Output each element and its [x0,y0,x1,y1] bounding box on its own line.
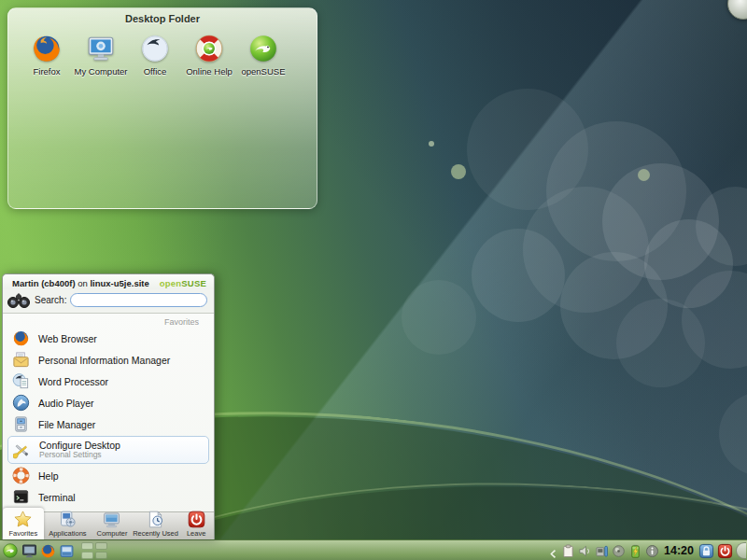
kickoff-launcher-button[interactable] [2,542,19,559]
battery-icon[interactable] [628,544,642,558]
info-icon[interactable] [645,544,659,558]
desktop-icon-label: Online Help [186,66,233,77]
desktop-icon-opensuse[interactable]: openSUSE [236,33,290,77]
kickoff-user-line: Martin (cb400f) on linux-u5je.site [12,278,149,288]
online-help-icon [193,33,225,64]
opensuse-icon [247,33,279,64]
pager-desktop[interactable] [95,542,107,550]
menu-item-label: Personal Information Manager [38,355,170,366]
desktop-folder-widget: Desktop Folder Firefox My Computer Offic… [7,7,317,209]
lock-icon[interactable] [698,543,714,559]
favorites-section-label: Favorites [3,314,214,328]
menu-item-sublabel: Personal Settings [39,451,120,460]
applications-icon [58,510,78,529]
power-icon [187,510,206,529]
desktop: Desktop Folder Firefox My Computer Offic… [0,0,747,560]
tab-label: Recently Used [133,529,178,538]
menu-item-label: File Manager [38,419,95,430]
office-icon [139,33,171,64]
tab-label: Leave [187,529,205,538]
desktop-icon-office[interactable]: Office [128,33,182,77]
panel-toolbox-cashew-icon[interactable] [736,542,746,559]
power-icon[interactable] [717,543,733,559]
kickoff-hostname: linux-u5je.site [90,278,148,288]
desktop-icon-my-computer[interactable]: My Computer [74,33,128,77]
device-notifier-icon[interactable] [595,544,609,558]
kickoff-conjunction: on [76,278,91,288]
menu-item-terminal[interactable]: Terminal [3,486,214,508]
tab-applications[interactable]: Applications [44,511,92,539]
clock[interactable]: 14:20 [662,544,696,557]
desktop-icon-label: My Computer [74,66,127,77]
lifebuoy-icon [12,467,30,484]
collapse-arrow-icon[interactable] [548,546,558,556]
tab-label: Applications [49,529,86,538]
file-cabinet-icon [12,415,30,433]
kickoff-menu: Martin (cb400f) on linux-u5je.site openS… [2,273,215,539]
menu-item-configure-desktop[interactable]: Configure Desktop Personal Settings [7,436,209,464]
desktop-toolbox-cashew-icon[interactable] [727,0,747,20]
pager-desktop[interactable] [81,542,93,550]
recent-docs-icon [146,510,165,529]
menu-item-label: Word Processor [38,376,108,387]
pager-desktop[interactable] [81,552,93,559]
tab-leave[interactable]: Leave [178,511,214,539]
menu-item-label: Audio Player [38,398,94,409]
pager-desktop[interactable] [95,552,107,559]
desktop-icon-label: Office [144,66,167,77]
desktop-icon-online-help[interactable]: Online Help [182,33,236,77]
kickoff-header: Martin (cb400f) on linux-u5je.site openS… [3,274,214,289]
menu-item-word-processor[interactable]: Word Processor [3,371,214,392]
menu-item-label: Terminal [38,492,76,503]
tab-computer[interactable]: Computer [92,511,133,539]
search-input[interactable] [70,293,207,307]
tab-label: Favorites [8,529,37,538]
menu-item-file-manager[interactable]: File Manager [3,413,214,435]
kickoff-search-row: Search: [3,289,214,313]
virtual-desktop-pager[interactable] [81,542,107,559]
mail-window-icon[interactable] [59,543,75,559]
desktop-icon-firefox[interactable]: Firefox [20,33,74,77]
star-icon [13,510,33,529]
terminal-icon [12,488,30,506]
tab-recently-used[interactable]: Recently Used [133,511,179,539]
desktop-icon-label: openSUSE [241,66,285,77]
computer-icon [102,510,121,529]
kickoff-tab-bar: Favorites Applications Computer Recently… [3,511,214,539]
binoculars-search-icon [7,291,31,309]
tab-favorites[interactable]: Favorites [3,508,44,539]
envelope-icon [12,351,30,369]
firefox-icon[interactable] [40,543,56,559]
kickoff-favorites-view: Favorites Web Browser Personal Informati… [3,314,214,524]
menu-item-audio-player[interactable]: Audio Player [3,392,214,413]
my-computer-icon [85,33,117,64]
firefox-icon [12,329,30,347]
taskbar-panel: 14:20 [0,539,747,560]
menu-item-help[interactable]: Help [3,465,214,486]
menu-item-label: Help [38,470,59,482]
show-desktop-icon[interactable] [21,543,37,559]
tab-label: Computer [96,529,127,538]
search-label: Search: [35,295,66,305]
media-device-icon[interactable] [612,544,626,558]
clipboard-icon[interactable] [561,544,575,558]
desktop-folder-title: Desktop Folder [8,8,317,24]
writer-icon [12,372,30,390]
volume-icon[interactable] [578,544,592,558]
amarok-icon [12,394,30,412]
menu-item-pim[interactable]: Personal Information Manager [3,349,214,371]
opensuse-logo: openSUSE [160,278,206,288]
firefox-icon [31,33,63,64]
menu-item-label: Web Browser [38,333,97,344]
crossed-tools-icon [13,441,31,459]
kickoff-username: Martin (cb400f) [12,278,76,288]
menu-item-web-browser[interactable]: Web Browser [3,328,214,349]
desktop-icon-label: Firefox [33,66,60,77]
